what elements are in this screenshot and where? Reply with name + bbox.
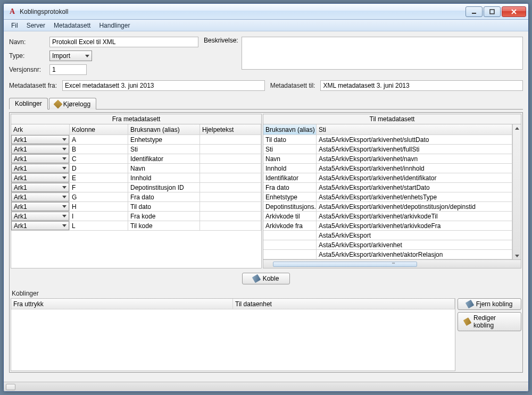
vertical-scrollbar[interactable]: [512, 124, 521, 259]
application-window: A Koblingsprotokoll Fil Server Metadatas…: [3, 3, 529, 392]
table-row[interactable]: Ark1BSti: [11, 145, 261, 154]
navn-label: Navn:: [9, 38, 46, 46]
rediger-kobling-button[interactable]: Rediger kobling: [458, 312, 521, 331]
cell-til-sti: Asta5ArkivEksport/arkivenhet/innhold: [317, 164, 512, 173]
ark-select[interactable]: Ark1: [11, 192, 69, 201]
ark-select[interactable]: Ark1: [11, 221, 69, 230]
table-row[interactable]: Ark1AEnhetstype: [11, 135, 261, 145]
table-row[interactable]: NavnAsta5ArkivEksport/arkivenhet/navn: [263, 154, 512, 164]
close-button[interactable]: [502, 6, 526, 17]
col-til-bruksnavn[interactable]: Bruksnavn (alias): [263, 124, 317, 135]
table-row[interactable]: Ark1HTil dato: [11, 202, 261, 212]
scrollbar-thumb[interactable]: [273, 262, 417, 267]
cell-til-sti: Asta5ArkivEksport/arkivenhet/arkivkodeTi…: [317, 212, 512, 221]
cell-til-sti: Asta5ArkivEksport/arkivenhet/arkivkodeFr…: [317, 221, 512, 230]
table-row[interactable]: Fra datoAsta5ArkivEksport/arkivenhet/sta…: [263, 183, 512, 192]
table-row[interactable]: Asta5ArkivEksport: [263, 231, 512, 240]
table-row[interactable]: Ark1GFra dato: [11, 192, 261, 202]
col-bruksnavn[interactable]: Bruksnavn (alias): [128, 124, 200, 135]
cell-bruksnavn: Innhold: [128, 173, 200, 182]
ark-select[interactable]: Ark1: [11, 164, 69, 173]
scroll-up-icon[interactable]: [513, 124, 521, 132]
col-ark[interactable]: Ark: [11, 124, 70, 135]
table-row[interactable]: Ark1LTil kode: [11, 221, 261, 231]
scroll-down-icon[interactable]: [513, 252, 521, 259]
cell-til-bruksnavn: Sti: [263, 145, 317, 154]
cell-kolonne: H: [70, 202, 128, 211]
col-hjelpetekst[interactable]: Hjelpetekst: [200, 124, 261, 135]
cell-til-bruksnavn: Arkivkode til: [263, 212, 317, 221]
ark-select[interactable]: Ark1: [11, 212, 69, 221]
cell-til-sti: Asta5ArkivEksport/arkivenhet: [317, 240, 512, 249]
tab-koblinger[interactable]: Koblinger: [9, 98, 48, 110]
meta-fra-input[interactable]: [62, 80, 265, 91]
chevron-down-icon: [85, 55, 89, 57]
col-til-sti[interactable]: Sti: [317, 124, 512, 135]
beskrivelse-textarea[interactable]: [242, 37, 523, 70]
versjon-input[interactable]: [49, 64, 87, 75]
table-row[interactable]: Ark1FDepotinstitusjon ID: [11, 183, 261, 192]
table-row[interactable]: Asta5ArkivEksport/arkivenhet/aktorRelasj…: [263, 250, 512, 259]
titlebar: A Koblingsprotokoll: [4, 4, 528, 20]
content-area: Navn: Type: Import Versjonsnr: Beskrivel…: [4, 31, 528, 382]
type-select[interactable]: Import: [49, 51, 92, 61]
cell-kolonne: C: [70, 154, 128, 163]
col-kolonne[interactable]: Kolonne: [70, 124, 128, 135]
menu-fil[interactable]: Fil: [7, 21, 22, 30]
table-row[interactable]: InnholdAsta5ArkivEksport/arkivenhet/innh…: [263, 164, 512, 173]
table-row[interactable]: Arkivkode fraAsta5ArkivEksport/arkivenhe…: [263, 221, 512, 231]
cell-hjelpetekst: [200, 145, 261, 154]
ark-select[interactable]: Ark1: [11, 183, 69, 192]
table-row[interactable]: Asta5ArkivEksport/arkivenhet: [263, 240, 512, 250]
til-grid-title: Til metadatasett: [263, 114, 521, 124]
ark-select[interactable]: Ark1: [11, 145, 69, 154]
link-icon: [252, 274, 260, 283]
col-til-dataenhet[interactable]: Til dataenhet: [233, 299, 455, 309]
tab-kjorelogg[interactable]: Kjørelogg: [49, 98, 96, 110]
cell-til-sti: Asta5ArkivEksport/arkivenhet/identifikat…: [317, 173, 512, 182]
fjern-kobling-button[interactable]: Fjern kobling: [458, 298, 521, 310]
chevron-down-icon: [62, 177, 66, 179]
ark-select[interactable]: Ark1: [11, 202, 69, 211]
table-row[interactable]: Arkivkode tilAsta5ArkivEksport/arkivenhe…: [263, 212, 512, 221]
fra-grid-title: Fra metadatasett: [11, 114, 261, 124]
chevron-down-icon: [62, 167, 66, 170]
menu-metadatasett[interactable]: Metadatasett: [49, 21, 95, 30]
table-row[interactable]: StiAsta5ArkivEksport/arkivenhet/fullSti: [263, 145, 512, 154]
koble-button[interactable]: Koble: [242, 273, 290, 284]
cell-kolonne: A: [70, 135, 128, 144]
minimize-button[interactable]: [466, 6, 483, 17]
ark-select[interactable]: Ark1: [11, 135, 69, 144]
navn-input[interactable]: [49, 37, 198, 47]
metadatasett-row: Metadatasett fra: Metadatasett til:: [9, 80, 523, 91]
tab-panel-koblinger: Fra metadatasett Ark Kolonne Bruksnavn (…: [9, 112, 523, 373]
col-fra-uttrykk[interactable]: Fra uttrykk: [11, 299, 233, 309]
cell-til-bruksnavn: Depotinstitusjons...: [263, 202, 317, 211]
maximize-button[interactable]: [484, 6, 501, 17]
table-row[interactable]: EnhetstypeAsta5ArkivEksport/arkivenhet/e…: [263, 192, 512, 202]
table-row[interactable]: Til datoAsta5ArkivEksport/arkivenhet/slu…: [263, 135, 512, 145]
cell-til-sti: Asta5ArkivEksport: [317, 231, 512, 240]
meta-til-input[interactable]: [320, 80, 523, 91]
koblinger-grid-body: [11, 309, 455, 371]
table-row[interactable]: Depotinstitusjons...Asta5ArkivEksport/ar…: [263, 202, 512, 212]
cell-til-sti: Asta5ArkivEksport/arkivenhet/startDato: [317, 183, 512, 192]
ark-select[interactable]: Ark1: [11, 173, 69, 182]
cell-til-bruksnavn: [263, 231, 317, 240]
koblinger-label: Koblinger: [11, 289, 521, 298]
cell-til-sti: Asta5ArkivEksport/arkivenhet/fullSti: [317, 145, 512, 154]
ark-select[interactable]: Ark1: [11, 154, 69, 163]
horizontal-scrollbar[interactable]: ''': [263, 259, 521, 268]
menu-server[interactable]: Server: [22, 21, 49, 30]
cell-bruksnavn: Fra dato: [128, 192, 200, 201]
cell-hjelpetekst: [200, 202, 261, 211]
table-row[interactable]: Ark1EInnhold: [11, 173, 261, 183]
table-row[interactable]: Ark1CIdentifikator: [11, 154, 261, 164]
scroll-tick: ''': [392, 262, 395, 267]
table-row[interactable]: Ark1DNavn: [11, 164, 261, 173]
table-row[interactable]: IdentifikatorAsta5ArkivEksport/arkivenhe…: [263, 173, 512, 183]
menu-handlinger[interactable]: Handlinger: [95, 21, 134, 30]
cell-til-bruksnavn: Identifikator: [263, 173, 317, 182]
table-row[interactable]: Ark1IFra kode: [11, 212, 261, 221]
cell-til-sti: Asta5ArkivEksport/arkivenhet/depotinstit…: [317, 202, 512, 211]
